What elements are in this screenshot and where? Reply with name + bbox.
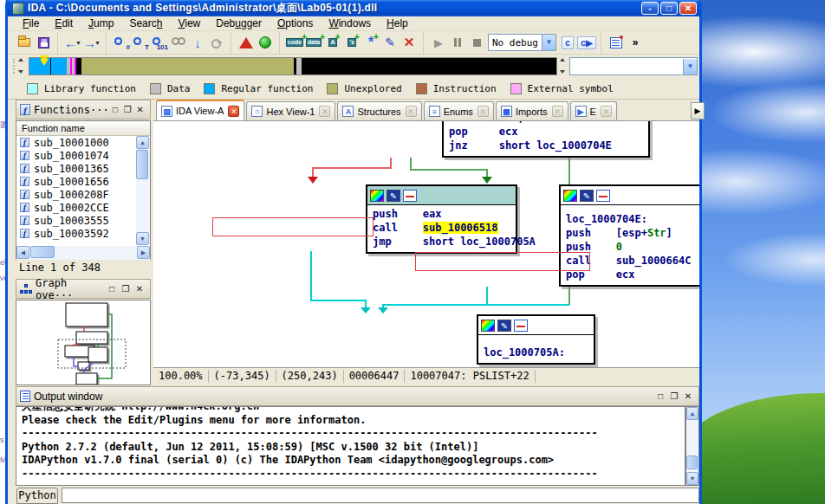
- palette-icon[interactable]: [370, 190, 384, 202]
- frame-jump-icon[interactable]: [514, 320, 528, 332]
- debugger-select[interactable]: No debug ▼: [488, 34, 556, 51]
- functions-vscrollbar[interactable]: ▲ ▼: [136, 136, 150, 245]
- function-row[interactable]: fsub_1000208F: [16, 188, 150, 201]
- basic-block-top[interactable]: test eax, eaxpop ecxjnz short loc_100070…: [442, 121, 650, 158]
- menu-jump[interactable]: Jump: [81, 16, 121, 30]
- pencil-icon[interactable]: ✎: [387, 190, 400, 202]
- palette-icon[interactable]: [563, 190, 577, 202]
- tab-close-icon[interactable]: ✕: [406, 106, 417, 117]
- function-row[interactable]: fsub_10001074: [16, 149, 150, 162]
- run-plugin-button[interactable]: c▶: [577, 33, 596, 52]
- toolbar-overflow-button[interactable]: »: [626, 33, 645, 52]
- tab-close-icon[interactable]: ✕: [228, 106, 239, 117]
- frame-jump-icon[interactable]: [403, 190, 417, 202]
- functions-close-icon[interactable]: ✕: [134, 105, 146, 114]
- ida-graph-canvas[interactable]: test eax, eaxpop ecxjnz short loc_100070…: [153, 121, 699, 367]
- python-cli-label[interactable]: Python: [16, 488, 58, 504]
- problems-button[interactable]: [237, 33, 256, 52]
- block-titlebar[interactable]: ✎: [478, 316, 594, 335]
- output-maximize-icon[interactable]: ❐: [667, 391, 681, 401]
- output-scroll-down-icon[interactable]: ▼: [686, 472, 698, 485]
- basic-block-bottom[interactable]: ✎loc_1000705A:: [477, 314, 595, 365]
- overview-restore-icon[interactable]: □: [105, 284, 119, 294]
- functions-maximize-icon[interactable]: ❐: [121, 105, 133, 114]
- save-button[interactable]: [34, 33, 53, 52]
- overview-maximize-icon[interactable]: ❐: [119, 284, 133, 294]
- close-button[interactable]: ✕: [679, 2, 697, 15]
- frame-jump-icon[interactable]: [596, 190, 610, 202]
- make-string-button[interactable]: 's: [342, 33, 361, 52]
- undefine-button[interactable]: ✕: [400, 33, 419, 52]
- menu-debugger[interactable]: Debugger: [208, 16, 270, 30]
- output-window-titlebar[interactable]: Output window □ ❐ ✕: [16, 386, 699, 406]
- scroll-down-icon[interactable]: ▼: [136, 232, 149, 245]
- navigate-back-button[interactable]: ←▼: [63, 33, 82, 52]
- attach-process-button[interactable]: c: [558, 33, 577, 52]
- functions-vscroll-thumb[interactable]: [136, 150, 148, 179]
- band-zoom-buttons-right[interactable]: [560, 58, 568, 74]
- minimize-button[interactable]: -: [641, 2, 659, 15]
- overview-close-icon[interactable]: ✕: [133, 284, 146, 294]
- output-close-icon[interactable]: ✕: [681, 391, 695, 401]
- combo-dropdown-icon[interactable]: ▼: [542, 35, 555, 50]
- basic-block-right[interactable]: ✎loc_1000704E:push [esp+Str]push 0call s…: [559, 184, 699, 287]
- output-vscroll-thumb[interactable]: [686, 456, 698, 469]
- band-zoom-buttons-left[interactable]: [18, 58, 26, 74]
- function-row[interactable]: fsub_10003555: [16, 214, 150, 227]
- tab-close-icon[interactable]: ✕: [477, 106, 489, 117]
- block-titlebar[interactable]: ✎: [367, 186, 516, 205]
- graph-overview-titlebar[interactable]: Graph ove··· □ ❐ ✕: [16, 279, 151, 299]
- tab-close-icon[interactable]: ✕: [552, 106, 563, 117]
- function-row[interactable]: fsub_10001656: [16, 175, 150, 188]
- function-row[interactable]: fsub_10002CCE: [16, 201, 150, 214]
- menu-help[interactable]: Help: [379, 16, 416, 30]
- menu-edit[interactable]: Edit: [47, 16, 81, 30]
- output-vscrollbar[interactable]: ▲ ▼: [685, 406, 699, 486]
- python-cli-input[interactable]: [62, 488, 699, 503]
- tab-ida-view-a[interactable]: ▤IDA View-A✕: [156, 100, 244, 120]
- search-values-button[interactable]: 101: [150, 33, 169, 52]
- tab-e[interactable]: ▶E✕: [570, 101, 617, 120]
- notepad-button[interactable]: [607, 33, 626, 52]
- functions-hscrollbar[interactable]: ◀ ▶: [16, 246, 150, 260]
- navigation-band[interactable]: [29, 57, 557, 75]
- tab-hex-view-1[interactable]: ○Hex View-1✕: [246, 101, 335, 120]
- tab-close-icon[interactable]: ✕: [319, 106, 330, 117]
- make-name-button[interactable]: A: [323, 33, 342, 52]
- open-file-button[interactable]: [15, 33, 34, 52]
- name-combo[interactable]: ▼: [569, 57, 698, 75]
- menu-file[interactable]: File: [15, 16, 47, 30]
- basic-block-left[interactable]: ✎push eaxcall sub_10006518jmp short loc_…: [366, 184, 517, 254]
- navigate-forward-button[interactable]: →▼: [82, 33, 101, 52]
- debugger-start-button[interactable]: ▶: [429, 33, 448, 52]
- menu-windows[interactable]: Windows: [321, 16, 379, 30]
- tab-enums[interactable]: ≡Enums✕: [424, 101, 494, 120]
- palette-icon[interactable]: [481, 320, 495, 332]
- menu-view[interactable]: View: [170, 16, 208, 30]
- tab-imports[interactable]: ▦Imports✕: [496, 101, 568, 120]
- lock-highlight-button[interactable]: [207, 33, 226, 52]
- name-combo-dropdown-icon[interactable]: ▼: [683, 59, 697, 74]
- debugger-stop-button[interactable]: [467, 33, 486, 52]
- edit-function-button[interactable]: ✎: [380, 33, 400, 52]
- function-row[interactable]: fsub_10001000: [16, 136, 150, 149]
- menu-search[interactable]: Search: [121, 16, 170, 30]
- jump-address-button[interactable]: ↓: [188, 33, 207, 52]
- functions-column-header[interactable]: Function name: [16, 121, 150, 136]
- make-data-button[interactable]: data: [304, 33, 323, 52]
- function-row[interactable]: fsub_10003592: [16, 227, 150, 240]
- search-text-button[interactable]: T: [131, 33, 150, 52]
- maximize-button[interactable]: □: [660, 2, 678, 15]
- pencil-icon[interactable]: ✎: [497, 320, 511, 332]
- functions-restore-icon[interactable]: □: [109, 105, 121, 114]
- output-scroll-up-icon[interactable]: ▲: [686, 407, 698, 420]
- menu-options[interactable]: Options: [270, 16, 321, 30]
- scroll-right-icon[interactable]: ▶: [137, 246, 150, 259]
- search-again-button[interactable]: [169, 33, 188, 52]
- title-bar[interactable]: IDA - C:\Documents and Settings\Administ…: [8, 0, 699, 16]
- output-restore-icon[interactable]: □: [653, 391, 667, 401]
- band-grip[interactable]: [13, 59, 16, 74]
- scroll-up-icon[interactable]: ▲: [136, 136, 149, 149]
- pencil-icon[interactable]: ✎: [580, 190, 594, 202]
- scroll-left-icon[interactable]: ◀: [16, 246, 29, 259]
